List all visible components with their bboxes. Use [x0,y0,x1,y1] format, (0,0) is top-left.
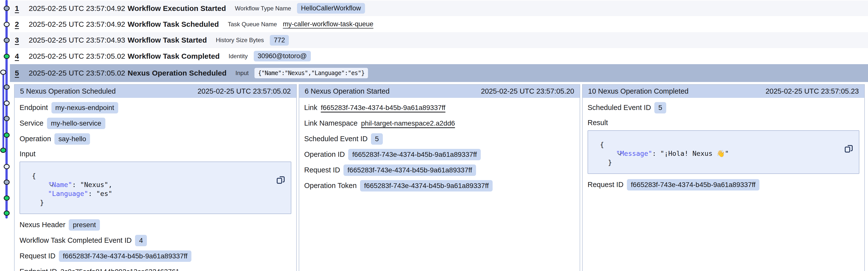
timeline-node-green [4,133,10,138]
detail-field-row: Request IDf665283f-743e-4374-b45b-9a61a8… [588,177,859,192]
detail-field-row: Operation Tokenf665283f-743e-4374-b45b-9… [304,178,575,193]
panel-nexus-operation-scheduled: 5 Nexus Operation Scheduled 2025-02-25 U… [14,84,297,271]
field-value-badge: my-hello-service [47,118,105,129]
detail-field-row: Workflow Task Completed Event ID4 [20,233,291,248]
temporal-event-history-screen: 1 2025-02-25 UTC 23:57:04.92 Workflow Ex… [0,0,868,271]
detail-field-row: Result [588,115,859,128]
event-timestamp: 2025-02-25 UTC 23:57:04.92 [29,4,128,12]
panel-timestamp: 2025-02-25 UTC 23:57:05.02 [197,87,291,96]
timeline-node-gray [4,180,10,185]
event-row-4[interactable]: 4 2025-02-25 UTC 23:57:05.02 Workflow Ta… [10,48,868,64]
field-label: Endpoint [20,104,48,112]
event-row-5[interactable]: 5 2025-02-25 UTC 23:57:05.02 Nexus Opera… [10,64,868,82]
code-line: { [600,140,841,149]
event-row-2[interactable]: 2 2025-02-25 UTC 23:57:04.92 Workflow Ta… [10,16,868,32]
panel-title: 5 Nexus Operation Scheduled [20,87,116,96]
timeline-node-gray [4,6,10,11]
timeline-node-gray [4,84,10,90]
detail-field-row: Input [20,147,291,159]
event-id-link[interactable]: 2 [15,20,23,28]
detail-field-row: Servicemy-hello-service [20,115,291,131]
event-detail-label: Workflow Type Name [235,5,291,12]
timeline-node-light [0,70,6,75]
event-name: Workflow Execution Started [128,4,226,12]
timeline-node-green [0,147,6,153]
field-value-badge: f665283f-743e-4374-b45b-9a61a89337ff [348,149,481,160]
timeline-node-light [4,164,10,169]
event-row-1[interactable]: 1 2025-02-25 UTC 23:57:04.92 Workflow Ex… [10,0,868,16]
event-id-link[interactable]: 3 [15,36,23,44]
event-detail-label: History Size Bytes [216,37,264,44]
panel-nexus-operation-started: 6 Nexus Operation Started 2025-02-25 UTC… [299,84,580,271]
field-label: Request ID [304,166,340,174]
detail-field-row: Endpoint ID3c0c75ccfa8144b092c13ce632463… [20,264,291,271]
timeline-node-green [4,211,10,216]
panel-title: 10 Nexus Operation Completed [588,87,688,96]
field-value-badge: present [69,219,100,231]
timeline-node-light [4,22,10,27]
event-id-link[interactable]: 4 [15,52,23,60]
timeline-node-light [4,101,10,106]
detail-field-row: Linkf665283f-743e-4374-b45b-9a61a89337ff [304,100,575,115]
field-label: Link [304,104,317,112]
panel-header: 6 Nexus Operation Started 2025-02-25 UTC… [299,85,580,98]
timeline-node-gray [4,116,10,121]
panel-header: 10 Nexus Operation Completed 2025-02-25 … [583,85,864,98]
field-value-link[interactable]: phil-target-namespace2.a2dd6 [361,119,455,127]
code-line: "Language": "es" [32,189,274,198]
code-line: { [32,171,274,180]
chevron-down-icon[interactable] [24,173,55,200]
event-name: Workflow Task Scheduled [128,20,219,28]
detail-field-row: Operationsay-hello [20,131,291,147]
detail-field-row: Operation IDf665283f-743e-4374-b45b-9a61… [304,147,575,162]
timeline-branch-line [2,72,4,150]
code-line: } [32,198,274,207]
event-detail-value: HelloCallerWorkflow [297,3,365,13]
field-value-badge: f665283f-743e-4374-b45b-9a61a89337ff [360,180,493,191]
event-timestamp: 2025-02-25 UTC 23:57:05.02 [29,52,128,60]
field-label: Operation [20,135,51,143]
code-line: } [600,158,841,167]
event-detail-label: Task Queue Name [228,21,277,28]
field-value-badge: 4 [135,235,147,246]
field-label: Endpoint ID [20,268,57,271]
field-label: Operation Token [304,182,356,190]
event-name: Nexus Operation Scheduled [128,69,226,77]
field-value-link[interactable]: 3c0c75ccfa8144b092c13ce632463761 [61,268,180,271]
field-value-badge: my-nexus-endpoint [52,102,118,113]
code-line: "Name": "Nexus", [32,180,274,189]
code-line: "Message": "¡Hola! Nexus 👋" [600,149,841,158]
field-value-badge: say-hello [54,133,90,145]
event-detail-link[interactable]: my-caller-workflow-task-queue [283,20,373,28]
field-label: Operation ID [304,151,345,159]
event-name: Workflow Task Started [128,36,207,44]
event-detail-value: 30960@totoro@ [254,51,311,61]
field-label: Result [588,119,608,127]
timeline-main-line [5,0,8,218]
field-label: Scheduled Event ID [304,135,368,143]
field-label: Nexus Header [20,221,65,229]
panel-header: 5 Nexus Operation Scheduled 2025-02-25 U… [14,85,296,98]
field-label: Input [20,150,36,158]
detail-field-row: Link Namespacephil-target-namespace2.a2d… [304,115,575,131]
event-id-link[interactable]: 5 [15,69,23,77]
field-value-badge: f665283f-743e-4374-b45b-9a61a89337ff [627,179,760,190]
field-value-badge: f665283f-743e-4374-b45b-9a61a89337ff [343,164,476,176]
chevron-down-icon[interactable] [592,142,623,168]
event-id-link[interactable]: 1 [15,4,23,12]
copy-icon[interactable] [252,166,285,196]
event-row-3[interactable]: 3 2025-02-25 UTC 23:57:04.93 Workflow Ta… [10,32,868,48]
event-timestamp: 2025-02-25 UTC 23:57:04.92 [29,20,128,28]
detail-field-row: Request IDf665283f-743e-4374-b45b-9a61a8… [20,248,291,264]
detail-field-row: Request IDf665283f-743e-4374-b45b-9a61a8… [304,162,575,178]
event-detail-value: 772 [270,35,289,46]
field-value-link[interactable]: f665283f-743e-4374-b45b-9a61a89337ff [321,104,445,112]
json-code-block: { "Name": "Nexus", "Language": "es" } [20,162,291,214]
event-timestamp: 2025-02-25 UTC 23:57:05.02 [29,69,128,77]
event-name: Workflow Task Completed [128,52,220,60]
event-detail-label: Input [236,70,249,77]
field-label: Link Namespace [304,119,358,127]
detail-field-row: Endpointmy-nexus-endpoint [20,100,291,115]
panel-timestamp: 2025-02-25 UTC 23:57:05.23 [766,87,859,96]
copy-icon[interactable] [820,135,854,165]
